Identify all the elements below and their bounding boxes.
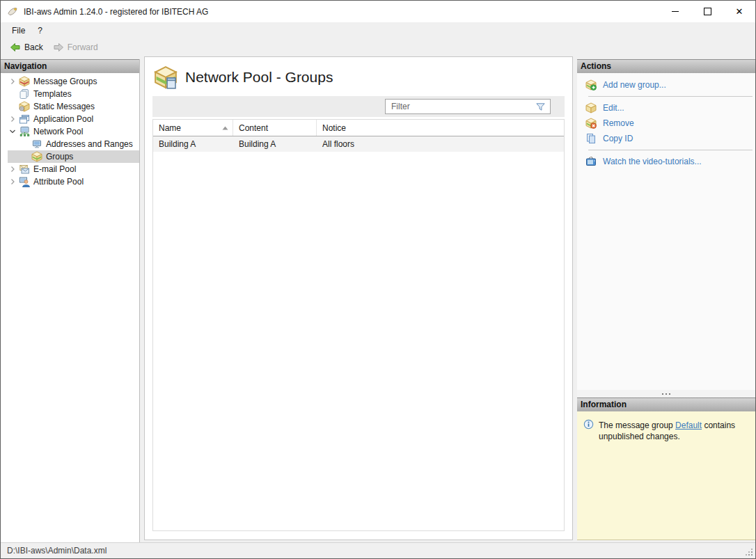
- chevron-right-icon[interactable]: [6, 75, 19, 88]
- chevron-right-icon[interactable]: [6, 113, 19, 125]
- copy-id-icon: [585, 133, 597, 144]
- network-pool-icon: [19, 126, 30, 137]
- filter-input-wrapper: [385, 99, 551, 114]
- page-title: Network Pool - Groups: [185, 69, 333, 86]
- menu-help[interactable]: ?: [31, 24, 49, 38]
- action-copy-id[interactable]: Copy ID: [577, 131, 755, 146]
- filter-bar: [152, 96, 565, 117]
- add-group-icon: [585, 79, 597, 90]
- panel-splitter[interactable]: [577, 390, 755, 397]
- forward-label: Forward: [68, 42, 98, 52]
- window-controls: ✕: [659, 1, 755, 22]
- table-header-row: Name Content Notice: [153, 120, 564, 136]
- video-tutorials-tv-icon: [585, 156, 597, 167]
- menu-file[interactable]: File: [6, 24, 31, 38]
- back-arrow-icon: [10, 42, 21, 53]
- navigation-panel: Navigation Message Groups Templates Stat…: [1, 59, 140, 542]
- action-add-new-group[interactable]: Add new group...: [577, 77, 755, 93]
- chevron-right-icon[interactable]: [6, 175, 19, 188]
- templates-icon: [19, 88, 30, 100]
- tree-item-templates[interactable]: Templates: [1, 88, 139, 100]
- minimize-button[interactable]: [659, 1, 691, 22]
- column-header-notice[interactable]: Notice: [317, 120, 564, 136]
- attribute-pool-icon: [19, 176, 30, 187]
- network-pool-groups-icon: [154, 65, 178, 89]
- app-window: IBI-aws Admin 1.24.0 - registered for IB…: [0, 0, 756, 559]
- actions-separator: [588, 96, 753, 97]
- chevron-right-icon[interactable]: [6, 163, 19, 175]
- cell-content: Building A: [233, 136, 317, 152]
- cell-name: Building A: [153, 136, 233, 152]
- forward-arrow-icon: [53, 42, 64, 53]
- tree-item-addresses-and-ranges[interactable]: Addresses and Ranges: [1, 138, 139, 150]
- information-message: The message group Default contains unpub…: [599, 419, 750, 442]
- titlebar: IBI-aws Admin 1.24.0 - registered for IB…: [1, 1, 755, 22]
- close-icon: ✕: [736, 7, 743, 16]
- sort-ascending-icon: [222, 126, 228, 130]
- back-button[interactable]: Back: [5, 40, 48, 54]
- tree-item-application-pool[interactable]: Application Pool: [1, 113, 139, 125]
- information-header: Information: [577, 397, 755, 411]
- funnel-filter-icon: [535, 102, 546, 112]
- navigation-tree: Message Groups Templates Static Messages…: [1, 73, 139, 188]
- resize-grip-icon[interactable]: [745, 548, 753, 556]
- forward-button[interactable]: Forward: [48, 40, 103, 54]
- action-edit[interactable]: Edit...: [577, 100, 755, 116]
- application-pool-icon: [19, 113, 30, 125]
- back-label: Back: [24, 42, 43, 52]
- window-title: IBI-aws Admin 1.24.0 - registered for IB…: [24, 7, 208, 17]
- tree-item-attribute-pool[interactable]: Attribute Pool: [1, 175, 139, 188]
- table-row[interactable]: Building A Building A All floors: [153, 136, 564, 152]
- action-watch-video-tutorials[interactable]: Watch the video-tutorials...: [577, 154, 755, 169]
- email-pool-icon: [19, 164, 30, 175]
- edit-group-icon: [585, 102, 597, 113]
- actions-separator: [588, 150, 753, 150]
- remove-group-icon: [585, 118, 597, 129]
- status-data-file-path: D:\IBI-aws\Admin\Data.xml: [7, 546, 107, 556]
- action-remove[interactable]: Remove: [577, 116, 755, 131]
- tree-item-static-messages[interactable]: Static Messages: [1, 100, 139, 113]
- tree-item-groups[interactable]: Groups: [1, 150, 139, 163]
- tree-item-message-groups[interactable]: Message Groups: [1, 75, 139, 88]
- column-header-content[interactable]: Content: [233, 120, 317, 136]
- groups-table: Name Content Notice Building A Building …: [152, 119, 565, 531]
- maximize-icon: [704, 8, 711, 15]
- splitter-dots-icon: [662, 393, 663, 395]
- actions-list: Add new group... Edit... Remove Copy ID: [577, 73, 755, 390]
- default-group-link[interactable]: Default: [675, 420, 702, 430]
- right-panel: Actions Add new group... Edit... Remove: [577, 59, 755, 540]
- toolbar: Back Forward: [1, 38, 755, 56]
- menubar: File ?: [1, 22, 755, 38]
- page-title-row: Network Pool - Groups: [145, 57, 572, 96]
- close-button[interactable]: ✕: [723, 1, 755, 22]
- addresses-ranges-icon: [31, 139, 42, 150]
- tree-item-email-pool[interactable]: E-mail Pool: [1, 163, 139, 175]
- content-area: Navigation Message Groups Templates Stat…: [1, 56, 755, 542]
- chevron-down-icon[interactable]: [6, 125, 19, 138]
- minimize-icon: [672, 11, 679, 12]
- filter-input[interactable]: [386, 101, 535, 112]
- info-circle-icon: [583, 419, 594, 430]
- navigation-header: Navigation: [1, 59, 139, 73]
- statusbar: D:\IBI-aws\Admin\Data.xml: [1, 542, 755, 558]
- app-logo-icon: [7, 6, 18, 17]
- groups-box-icon: [31, 151, 42, 162]
- tree-item-network-pool[interactable]: Network Pool: [1, 125, 139, 138]
- maximize-button[interactable]: [691, 1, 723, 22]
- information-panel: The message group Default contains unpub…: [577, 411, 755, 540]
- column-header-name[interactable]: Name: [153, 120, 233, 136]
- actions-header: Actions: [577, 59, 755, 73]
- main-panel: Network Pool - Groups Name Content: [144, 56, 573, 540]
- message-groups-box-icon: [19, 76, 30, 87]
- cell-notice: All floors: [317, 136, 564, 152]
- static-messages-icon: [19, 101, 30, 112]
